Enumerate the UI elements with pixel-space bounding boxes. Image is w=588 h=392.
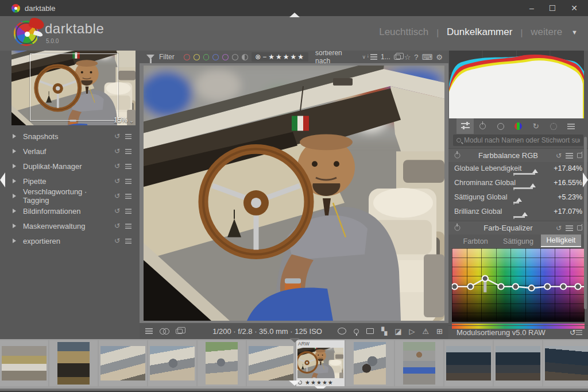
filmstrip-thumb-5[interactable] <box>247 340 295 386</box>
count-label[interactable]: 1... <box>381 53 390 61</box>
module-header[interactable]: Farb-Equalizer ↺ <box>448 221 588 235</box>
grouping-icon[interactable] <box>394 55 401 60</box>
tab-effects-group[interactable] <box>545 118 562 134</box>
presets-icon[interactable] <box>576 330 582 335</box>
reset-icon[interactable]: ↺ <box>114 132 120 140</box>
sidebar-section-6[interactable]: Maskenverwaltung↺ <box>0 218 140 233</box>
presets-icon[interactable] <box>125 179 131 184</box>
color-label-red[interactable] <box>184 54 190 60</box>
filmstrip-thumb-4[interactable] <box>198 340 246 386</box>
curve-node[interactable] <box>575 284 581 290</box>
filmstrip-thumb-2[interactable] <box>99 340 147 386</box>
tab-saettigung[interactable]: Sättigung <box>498 236 538 247</box>
sidebar-section-0[interactable]: Snapshots↺ <box>0 129 140 144</box>
raw-overexposed-icon[interactable]: ▚ <box>381 327 387 336</box>
filmstrip-thumb-8[interactable] <box>395 340 443 386</box>
right-panel-scrollbar[interactable] <box>584 137 587 309</box>
presets-icon[interactable] <box>566 225 573 231</box>
color-label-any-icon[interactable] <box>242 54 248 60</box>
presets-icon[interactable] <box>566 153 573 159</box>
popout-icon[interactable] <box>577 225 582 230</box>
clipping-icon[interactable]: ◪ <box>394 327 401 336</box>
presets-icon[interactable] <box>125 149 131 154</box>
sidebar-section-7[interactable]: exportieren↺ <box>0 233 140 248</box>
tab-helligkeit[interactable]: Helligkeit <box>541 235 581 247</box>
presets-icon[interactable] <box>125 164 131 169</box>
tab-correct-group[interactable]: ↻ <box>527 118 544 134</box>
tab-power[interactable] <box>474 118 492 134</box>
curve-node[interactable] <box>528 285 534 291</box>
curve-node[interactable] <box>498 284 504 290</box>
styles-menu-icon[interactable] <box>145 328 153 334</box>
softproof-icon[interactable]: ▷ <box>409 327 415 336</box>
filmstrip-thumb-10[interactable] <box>494 340 542 386</box>
reset-icon[interactable]: ↺ <box>114 162 120 170</box>
iso12646-icon[interactable] <box>338 328 346 335</box>
gamut-check-icon[interactable]: ⚠ <box>422 327 429 336</box>
presets-icon[interactable] <box>125 239 131 244</box>
collapse-filmstrip-arrow[interactable] <box>289 381 300 386</box>
filmstrip-thumb-11[interactable] <box>543 340 588 386</box>
curve-node[interactable] <box>452 284 458 290</box>
tab-farbton[interactable]: Farbton <box>455 236 496 247</box>
filter-funnel-icon[interactable] <box>146 55 154 59</box>
reset-icon[interactable]: ↺ <box>114 192 120 200</box>
main-image[interactable] <box>144 66 444 321</box>
module-search-input[interactable] <box>464 136 580 144</box>
tab-basic-group[interactable] <box>492 118 509 134</box>
color-label-purple[interactable] <box>222 54 229 60</box>
equalizer-curve-area[interactable] <box>452 248 585 322</box>
collapse-left-panel-arrow[interactable] <box>0 172 5 187</box>
thumb-rating-stars[interactable]: ★★★★★ <box>305 379 334 386</box>
help-icon[interactable]: ? <box>414 53 418 62</box>
shortcuts-icon[interactable]: ⌨ <box>422 53 433 62</box>
view-leuchttisch[interactable]: Leuchttisch <box>379 26 428 38</box>
focus-peaking-icon[interactable] <box>366 328 374 334</box>
presets-icon[interactable] <box>125 134 131 139</box>
color-label-green[interactable] <box>203 54 210 60</box>
minimize-button[interactable]: – <box>529 0 534 16</box>
presets-icon[interactable] <box>125 194 131 199</box>
sidebar-section-2[interactable]: Duplikat-Manager↺ <box>0 159 140 174</box>
tab-color-group[interactable] <box>509 118 527 134</box>
module-header[interactable]: Farbbalance RGB ↺ <box>448 148 588 162</box>
unstarred-icon[interactable]: − <box>262 53 266 61</box>
reset-icon[interactable]: ↺ <box>570 328 576 337</box>
tab-presets-menu[interactable] <box>563 118 580 134</box>
filmstrip-thumb-0[interactable] <box>0 340 48 386</box>
color-label-gray[interactable] <box>232 54 238 60</box>
curve-node[interactable] <box>467 284 473 290</box>
module-slider[interactable]: Globale Lebendigkeit+17.84% <box>448 162 588 176</box>
view-dunkelkammer[interactable]: Dunkelkammer <box>447 26 512 38</box>
reset-icon[interactable]: ↺ <box>114 177 120 185</box>
filmstrip-thumb-9[interactable] <box>444 340 493 386</box>
view-weitere[interactable]: weitere <box>531 26 562 38</box>
module-slider[interactable]: Chrominanz Global+16.55% <box>448 176 588 191</box>
reset-icon[interactable]: ↺ <box>114 237 120 245</box>
reset-icon[interactable]: ↺ <box>114 222 120 230</box>
color-label-blue[interactable] <box>212 54 219 60</box>
curve-node[interactable] <box>513 284 519 290</box>
curve-node[interactable] <box>482 275 488 281</box>
curve-node[interactable] <box>560 284 566 290</box>
chevron-down-icon[interactable]: ▼ <box>571 29 578 36</box>
reset-icon[interactable]: ↺ <box>114 147 120 155</box>
navigation-view-rectangle[interactable] <box>30 53 118 121</box>
rating-stars[interactable]: ★★★★★ <box>268 53 305 61</box>
preferences-gear-icon[interactable]: ⚙ <box>436 53 443 62</box>
collapse-top-panel-arrow[interactable] <box>289 13 300 17</box>
histogram[interactable] <box>449 51 584 118</box>
module-slider[interactable]: Brillianz Global+17.07% <box>448 205 588 220</box>
module-slider[interactable]: Sättigung Global+5.23% <box>448 191 588 205</box>
sidebar-section-3[interactable]: Pipette↺ <box>0 174 140 189</box>
collapse-right-panel-arrow[interactable] <box>583 172 588 187</box>
sidebar-section-5[interactable]: Bildinformationen↺ <box>0 203 140 218</box>
filmstrip-thumb-6[interactable]: ARW★★★★★ <box>296 340 345 386</box>
filmstrip-thumb-1[interactable] <box>49 340 98 386</box>
popout-icon[interactable] <box>577 153 582 158</box>
power-icon[interactable] <box>455 153 461 159</box>
color-label-yellow[interactable] <box>194 54 200 60</box>
reset-icon[interactable]: ↺ <box>556 224 562 232</box>
close-button[interactable]: ✕ <box>571 0 578 16</box>
reset-icon[interactable]: ↺ <box>556 152 562 160</box>
